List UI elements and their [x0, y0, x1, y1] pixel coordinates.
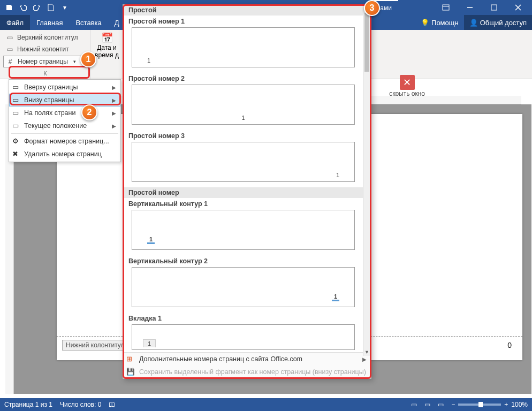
page-number-menu: ▭Вверху страницы▶ ▭Внизу страницы▶ ▭На п…	[9, 79, 121, 162]
page-number-label: Номер страницы	[18, 58, 68, 65]
gallery-item1[interactable]: 1	[132, 27, 355, 67]
preview-num: 1	[336, 172, 339, 178]
chevron-right-icon: ▶	[112, 110, 116, 116]
gallery-item6-title: Вкладка 1	[123, 313, 363, 323]
office-icon: ⊞	[126, 355, 135, 363]
datetime-icon[interactable]: 📅	[101, 32, 113, 44]
preview-num: 1	[143, 339, 156, 347]
footer-label: Нижний колонтит	[17, 45, 69, 53]
scroll-thumb[interactable]	[364, 13, 369, 72]
status-language-icon[interactable]: 🕮	[109, 401, 115, 408]
status-page[interactable]: Страница 1 из 1	[4, 401, 52, 408]
gallery-item1-title: Простой номер 1	[123, 16, 363, 26]
redo-icon[interactable]	[30, 1, 44, 14]
menu-remove-label: Удалить номера страниц	[24, 150, 102, 158]
group-header-footer: ▭Верхний колонтитул ▭Нижний колонтит #Но…	[0, 30, 91, 79]
menu-bottom-label: Внизу страницы	[24, 96, 74, 104]
chevron-right-icon: ▶	[112, 85, 116, 90]
share-button[interactable]: 👤 Общий доступ	[464, 15, 532, 30]
zoom-control[interactable]: − + 100%	[451, 401, 528, 408]
group-insert: 📅 Дата и время д	[91, 30, 123, 79]
gallery-scroll: Простой Простой номер 1 1 Простой номер …	[123, 5, 371, 352]
gallery-item2-title: Простой номер 2	[123, 73, 363, 83]
gallery-item2[interactable]: 1	[132, 85, 355, 125]
marker-1: 1	[80, 51, 96, 67]
preview-num: 1	[147, 236, 155, 244]
marker-2: 2	[81, 104, 97, 120]
gallery-item6[interactable]: 1	[132, 324, 355, 350]
marker-3: 3	[364, 0, 380, 16]
menu-remove-numbers[interactable]: ✖Удалить номера страниц	[9, 148, 120, 161]
gallery-item3-title: Простой номер 3	[123, 130, 363, 141]
chevron-right-icon: ▶	[112, 123, 116, 129]
save-icon[interactable]	[2, 1, 16, 14]
maximize-icon[interactable]	[482, 0, 506, 15]
svg-rect-0	[443, 5, 449, 10]
gallery-section-simple-number: Простой номер	[123, 187, 363, 198]
gallery-item4-title: Вертикальный контур 1	[123, 198, 363, 209]
page-margin-icon: ▭	[12, 109, 21, 117]
view-web-icon[interactable]: ▭	[438, 401, 444, 408]
customize-qa-icon[interactable]: ▾	[58, 1, 72, 14]
zoom-knob[interactable]	[478, 402, 483, 407]
save-fragment-label: Сохранить выделенный фрагмент как номер …	[139, 368, 366, 376]
view-print-icon[interactable]: ▭	[424, 401, 430, 408]
current-pos-icon: ▭	[12, 121, 21, 130]
tab-insert[interactable]: Вставка	[69, 15, 108, 30]
menu-top-of-page[interactable]: ▭Вверху страницы▶	[9, 81, 120, 94]
page-number-icon: #	[6, 57, 14, 66]
menu-current-position[interactable]: ▭Текущее положение▶	[9, 119, 120, 132]
format-icon: ⚙	[12, 137, 21, 146]
zoom-out-icon[interactable]: −	[451, 401, 455, 408]
tab-file[interactable]: Файл	[0, 15, 30, 30]
save-fragment-icon: 💾	[126, 368, 135, 376]
menu-format-numbers[interactable]: ⚙Формат номеров страниц...	[9, 135, 120, 148]
gallery-item3[interactable]: 1	[132, 142, 355, 182]
statusbar: Страница 1 из 1 Число слов: 0 🕮 ▭ ▭ ▭ − …	[0, 398, 532, 411]
gallery-item5-title: Вертикальный контур 2	[123, 255, 363, 266]
tab-home[interactable]: Главная	[30, 15, 69, 30]
new-doc-icon[interactable]	[44, 1, 58, 14]
preview-num: 1	[332, 293, 339, 301]
footer-button[interactable]: ▭Нижний колонтит	[3, 44, 87, 55]
page-bottom-icon: ▭	[12, 96, 21, 104]
svg-rect-1	[491, 5, 497, 10]
tell-me-label: Помощн	[431, 19, 459, 27]
remove-icon: ✖	[12, 150, 21, 158]
undo-icon[interactable]	[16, 1, 30, 14]
gallery-more-office[interactable]: ⊞Дополнительные номера страниц с сайта O…	[123, 353, 371, 366]
gallery-item5[interactable]: 1	[132, 267, 355, 307]
zoom-slider[interactable]	[458, 404, 501, 406]
menu-bottom-of-page[interactable]: ▭Внизу страницы▶	[9, 94, 120, 106]
footer-icon: ▭	[5, 45, 14, 54]
group-label-hf: К	[3, 70, 87, 77]
page-top-icon: ▭	[12, 83, 21, 92]
gallery-save-fragment: 💾Сохранить выделенный фрагмент как номер…	[123, 366, 371, 378]
close-icon[interactable]	[506, 0, 530, 15]
preview-num: 1	[241, 115, 245, 121]
view-read-icon[interactable]: ▭	[411, 401, 417, 408]
header-label: Верхний колонтитул	[17, 34, 78, 41]
tell-me[interactable]: 💡 Помощн	[415, 15, 464, 30]
page-number-gallery: Простой Простой номер 1 1 Простой номер …	[123, 4, 371, 379]
zoom-in-icon[interactable]: +	[504, 401, 508, 408]
gallery-footer: ⊞Дополнительные номера страниц с сайта O…	[123, 352, 371, 378]
gallery-section-simple: Простой	[123, 5, 363, 16]
zoom-value[interactable]: 100%	[511, 401, 528, 408]
page-overlay-number: 0	[507, 341, 512, 349]
menu-format-label: Формат номеров страниц...	[24, 138, 109, 145]
lightbulb-icon: 💡	[421, 19, 429, 27]
minimize-icon[interactable]	[458, 0, 482, 15]
status-words[interactable]: Число слов: 0	[60, 401, 101, 408]
menu-top-label: Вверху страницы	[24, 83, 78, 91]
menu-page-margins[interactable]: ▭На полях страни▶	[9, 106, 120, 119]
gallery-item4[interactable]: 1	[132, 210, 355, 250]
footer-section-label: Нижний колонтитул г	[62, 340, 132, 351]
ribbon-options-icon[interactable]	[434, 0, 458, 15]
gallery-scrollbar[interactable]: ▲ ▼	[363, 5, 370, 356]
page-number-button[interactable]: #Номер страницы▾	[3, 56, 87, 67]
chevron-right-icon: ▶	[362, 356, 367, 362]
header-button[interactable]: ▭Верхний колонтитул	[3, 32, 87, 43]
chevron-right-icon: ▶	[112, 97, 116, 103]
datetime-label1: Дата и	[97, 44, 117, 51]
